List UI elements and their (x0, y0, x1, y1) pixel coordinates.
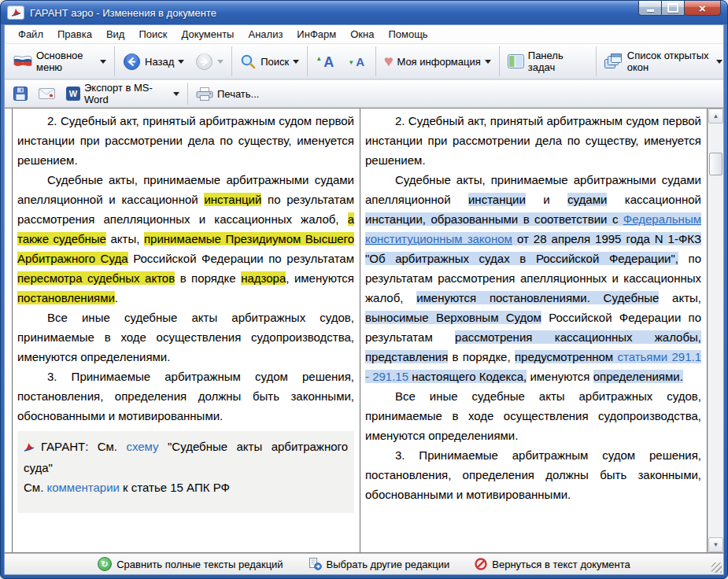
choose-other-editions-label: Выбрать другие редакции (327, 559, 450, 570)
font-decrease-button[interactable]: ▼A (342, 52, 373, 71)
toolbar-separator (114, 46, 115, 76)
forward-chevron-down-icon (217, 60, 224, 67)
font-increase-button[interactable]: ▲A (310, 52, 342, 71)
doc-link[interactable]: схему (126, 440, 158, 453)
chevron-down-icon (100, 60, 106, 67)
left-gutter (5, 109, 12, 552)
return-to-document-button[interactable]: Вернуться в текст документа (475, 558, 630, 570)
heart-icon: ♥ (384, 54, 393, 68)
print-button[interactable]: Печать... (190, 86, 264, 102)
task-panel-button[interactable]: Панель задач (502, 48, 593, 75)
text-run: определениями. (593, 370, 683, 383)
toolbar-separator (499, 46, 500, 76)
paragraph: 3. Принимаемые арбитражным судом решения… (17, 367, 354, 426)
mail-button[interactable] (33, 87, 61, 101)
paragraph: 2. Судебный акт, принятый арбитражным су… (17, 111, 354, 170)
minimize-button[interactable] (638, 1, 662, 16)
text-run: постановлениями (17, 291, 115, 304)
text-run: и (526, 193, 567, 206)
search-icon (240, 53, 257, 70)
paragraph: 2. Судебный акт, принятый арбитражным су… (365, 111, 701, 170)
scroll-down-button[interactable]: ▼ (708, 537, 723, 552)
text-run: настоящего Кодекса, (408, 370, 527, 383)
export-word-button[interactable]: W Экспорт в MS-Word (61, 80, 185, 107)
maximize-icon (667, 3, 678, 13)
menu-edit[interactable]: Правка (50, 28, 99, 40)
close-button[interactable]: × (685, 1, 721, 16)
menu-analysis[interactable]: Анализ (241, 28, 290, 40)
back-label: Назад (145, 56, 174, 68)
menu-search[interactable]: Поиск (131, 28, 174, 40)
text-run: предусмотренном (515, 350, 617, 363)
paragraph: Все иные судебные акты арбитражных судов… (17, 308, 354, 367)
back-button[interactable]: Назад (117, 51, 190, 72)
text-run: , именуются (286, 271, 354, 285)
forward-button[interactable] (190, 51, 229, 72)
return-to-document-label: Вернуться в текст документа (492, 559, 630, 570)
titlebar: ГАРАНТ аэро - Изменения в документе × (1, 1, 727, 24)
main-menu-button[interactable]: Основное меню (8, 48, 112, 75)
back-chevron-down-icon (178, 60, 184, 67)
toolbar-separator (187, 83, 188, 105)
resize-grip[interactable] (711, 562, 722, 573)
text-run: надзора (241, 271, 286, 285)
doc-link[interactable]: комментарии (46, 481, 119, 494)
new-version-pane[interactable]: 2. Судебный акт, принятый арбитражным су… (360, 109, 708, 552)
text-run: кассационной (607, 193, 701, 206)
menu-infarm[interactable]: ИнФарм (290, 28, 343, 40)
open-windows-list-button[interactable]: Список открытых окон (599, 48, 728, 75)
text-run: 3. Принимаемые арбитражным судом решения… (365, 448, 701, 501)
close-icon: × (699, 2, 706, 14)
toolbar-separator (231, 46, 232, 76)
text-run: Все иные судебные акты арбитражных судов… (17, 311, 354, 363)
text-run: именуются (527, 370, 593, 383)
maximize-button[interactable] (662, 1, 685, 16)
text-run: 2. Судебный акт, принятый арбитражным су… (17, 114, 354, 167)
text-run: Все иные судебные акты арбитражных судов… (365, 389, 701, 442)
text-run: в порядке, (448, 350, 515, 363)
font-decrease-icon: ▼A (348, 53, 368, 69)
back-arrow-icon (123, 53, 141, 71)
text-run: судами (567, 193, 607, 206)
menu-windows[interactable]: Окна (343, 28, 381, 40)
scroll-up-button[interactable]: ▲ (708, 109, 723, 124)
menu-file[interactable]: Файл (11, 28, 50, 40)
task-panel-icon (508, 54, 524, 68)
garant-note-line: ГАРАНТ: См. схему "Судебные акты арбитра… (24, 437, 348, 478)
vertical-scrollbar[interactable]: ▲ ▼ (708, 109, 723, 552)
window-controls: × (638, 1, 721, 16)
printer-icon (196, 87, 213, 101)
menubar: Файл Правка Вид Поиск Документы Анализ И… (5, 25, 723, 43)
garant-note-line: См. комментарии к статье 15 АПК РФ (24, 478, 348, 497)
toolbar-primary: Основное меню Назад (5, 43, 723, 79)
window-client: Файл Правка Вид Поиск Документы Анализ И… (4, 24, 724, 575)
search-button[interactable]: Поиск (235, 52, 305, 72)
toolbar-separator (375, 46, 376, 76)
main-menu-label: Основное меню (36, 50, 96, 73)
russia-flag-icon (13, 55, 32, 68)
toolbar-separator (307, 46, 308, 76)
old-version-pane[interactable]: 2. Судебный акт, принятый арбитражным су… (12, 109, 360, 552)
scrollbar-thumb[interactable] (709, 153, 722, 175)
menu-view[interactable]: Вид (99, 28, 132, 40)
compare-full-texts-button[interactable]: ↻ Сравнить полные тексты редакций (98, 557, 283, 571)
statusbar: ↻ Сравнить полные тексты редакций Выбрат… (5, 553, 723, 574)
compare-full-texts-label: Сравнить полные тексты редакций (116, 559, 283, 570)
my-info-chevron-down-icon (485, 60, 491, 67)
text-run: в порядке (175, 271, 241, 285)
choose-other-editions-button[interactable]: Выбрать другие редакции (309, 558, 450, 570)
minimize-icon (647, 9, 654, 12)
return-prohibit-icon (475, 558, 487, 570)
save-button[interactable] (8, 85, 33, 102)
menu-help[interactable]: Помощь (381, 28, 434, 40)
menu-documents[interactable]: Документы (174, 28, 241, 40)
text-run: См. (24, 481, 46, 494)
my-information-button[interactable]: ♥ Моя информация (379, 53, 497, 70)
text-run: акты, (106, 232, 144, 245)
export-word-chevron-down-icon (173, 92, 179, 99)
text-run: инстанции (468, 193, 526, 206)
garant-logo-icon (7, 6, 24, 20)
paragraph: Судебные акты, принимаемые арбитражными … (17, 170, 354, 308)
print-label: Печать... (217, 88, 259, 100)
toolbar-secondary: W Экспорт в MS-Word Печать... (5, 79, 723, 108)
